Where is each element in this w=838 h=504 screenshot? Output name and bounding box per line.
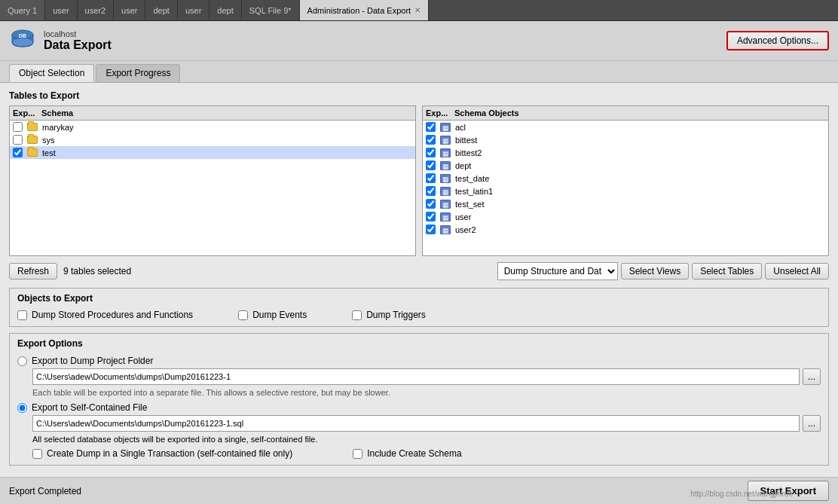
- dump-project-radio-row: Export to Dump Project Folder: [17, 353, 821, 368]
- select-views-button[interactable]: Select Views: [621, 263, 689, 279]
- dump-triggers-label: Dump Triggers: [366, 310, 426, 320]
- selected-count: 9 tables selected: [63, 266, 131, 276]
- object-row-dept[interactable]: ▦ dept: [423, 159, 828, 172]
- object-checkbox-test-set[interactable]: [426, 199, 436, 209]
- schema-pane: Exp... Schema marykay sys test: [9, 105, 416, 256]
- header-left: DB localhost Data Export: [9, 27, 112, 54]
- self-contained-path-input[interactable]: [32, 415, 800, 432]
- object-row-acl[interactable]: ▦ acl: [423, 121, 828, 133]
- folder-icon: [27, 123, 38, 131]
- header: DB localhost Data Export Advanced Option…: [0, 21, 838, 61]
- dump-project-path-row: ...: [32, 368, 821, 385]
- tab-user2[interactable]: user2: [78, 0, 115, 20]
- include-schema-label: Include Create Schema: [367, 448, 461, 459]
- object-checkbox-user2[interactable]: [426, 225, 436, 234]
- unselect-all-button[interactable]: Unselect All: [765, 263, 829, 279]
- tab-data-export[interactable]: Administration - Data Export ✕: [300, 0, 430, 20]
- close-tab-icon[interactable]: ✕: [414, 6, 421, 14]
- checkbox-dump-triggers: Dump Triggers: [352, 308, 426, 322]
- dump-project-path-input[interactable]: [32, 368, 800, 385]
- dump-procedures-checkbox[interactable]: [17, 310, 27, 320]
- tables-section-title: Tables to Export: [9, 90, 829, 101]
- object-checkbox-user[interactable]: [426, 212, 436, 221]
- self-contained-radio[interactable]: [17, 403, 27, 413]
- advanced-options-button[interactable]: Advanced Options...: [726, 31, 829, 50]
- object-checkbox-test-date[interactable]: [426, 173, 436, 183]
- status-text: Export Completed: [9, 486, 81, 496]
- dump-events-checkbox[interactable]: [238, 310, 248, 320]
- tables-section: Exp... Schema marykay sys test: [9, 105, 829, 256]
- dump-select[interactable]: Dump Structure and Dat: [497, 262, 618, 280]
- dump-triggers-checkbox[interactable]: [352, 310, 362, 320]
- tab-bar: Query 1 user user2 user dept user dept S…: [0, 0, 838, 21]
- object-row-test-date[interactable]: ▦ test_date: [423, 172, 828, 185]
- object-checkbox-bittest2[interactable]: [426, 148, 436, 157]
- create-dump-checkbox-row: Create Dump in a Single Transaction (sel…: [32, 447, 292, 460]
- create-dump-label: Create Dump in a Single Transaction (sel…: [47, 448, 292, 459]
- schema-row-sys[interactable]: sys: [10, 133, 415, 146]
- status-bar: Export Completed Start Export: [0, 477, 838, 504]
- schema-pane-header: Exp... Schema: [10, 106, 415, 121]
- page-title: Data Export: [44, 38, 112, 52]
- dump-events-label: Dump Events: [252, 310, 307, 320]
- include-schema-checkbox[interactable]: [353, 449, 362, 459]
- dump-project-browse-button[interactable]: ...: [803, 368, 821, 385]
- create-dump-checkbox[interactable]: [32, 449, 42, 459]
- start-export-button[interactable]: Start Export: [748, 481, 829, 501]
- schema-checkbox-marykay[interactable]: [13, 122, 23, 132]
- table-icon: ▦: [440, 200, 451, 209]
- tab-user1[interactable]: user: [45, 0, 77, 20]
- table-controls: Refresh 9 tables selected Dump Structure…: [9, 262, 829, 280]
- object-checkbox-dept[interactable]: [426, 160, 436, 170]
- checkbox-dump-procedures: Dump Stored Procedures and Functions: [17, 308, 193, 322]
- tab-sqlfile[interactable]: SQL File 9*: [242, 0, 300, 20]
- folder-icon: [27, 136, 38, 144]
- folder-icon: [27, 148, 38, 157]
- host-label: localhost: [44, 29, 112, 38]
- tab-user4[interactable]: user: [178, 0, 210, 20]
- tab-dept1[interactable]: dept: [145, 0, 177, 20]
- object-checkbox-test-latin1[interactable]: [426, 186, 436, 196]
- object-row-bittest[interactable]: ▦ bittest: [423, 133, 828, 146]
- object-row-user[interactable]: ▦ user: [423, 210, 828, 223]
- dump-project-label: Export to Dump Project Folder: [32, 356, 153, 366]
- bottom-checkboxes: Create Dump in a Single Transaction (sel…: [32, 447, 821, 460]
- object-checkbox-acl[interactable]: [426, 122, 436, 132]
- schema-checkbox-sys[interactable]: [13, 135, 23, 145]
- database-icon: DB: [9, 27, 36, 54]
- table-icon: ▦: [440, 174, 451, 183]
- dump-procedures-label: Dump Stored Procedures and Functions: [32, 310, 193, 320]
- objects-pane: Exp... Schema Objects ▦ acl ▦ bittest ▦ …: [422, 105, 829, 256]
- self-contained-label: Export to Self-Contained File: [32, 402, 147, 413]
- objects-pane-header: Exp... Schema Objects: [423, 106, 828, 121]
- table-icon: ▦: [440, 136, 451, 145]
- object-row-test-set[interactable]: ▦ test_set: [423, 197, 828, 210]
- tab-export-progress[interactable]: Export Progress: [96, 64, 180, 82]
- self-contained-path-row: ...: [32, 415, 821, 432]
- include-schema-checkbox-row: Include Create Schema: [353, 447, 461, 460]
- self-contained-info: All selected database objects will be ex…: [32, 435, 821, 444]
- refresh-button[interactable]: Refresh: [9, 263, 57, 279]
- object-row-bittest2[interactable]: ▦ bittest2: [423, 146, 828, 159]
- tab-dept2[interactable]: dept: [210, 0, 241, 20]
- schema-row-marykay[interactable]: marykay: [10, 121, 415, 133]
- table-icon: ▦: [440, 161, 451, 170]
- object-row-user2[interactable]: ▦ user2: [423, 223, 828, 236]
- schema-checkbox-test[interactable]: [13, 148, 23, 157]
- tab-user3[interactable]: user: [114, 0, 145, 20]
- schema-row-test[interactable]: test: [10, 146, 415, 159]
- table-icon: ▦: [440, 123, 451, 132]
- tab-query1[interactable]: Query 1: [0, 0, 45, 20]
- table-icon: ▦: [440, 212, 451, 221]
- object-row-test-latin1[interactable]: ▦ test_latin1: [423, 185, 828, 197]
- dump-project-hint: Each table will be exported into a separ…: [32, 388, 821, 397]
- right-controls: Dump Structure and Dat Select Views Sele…: [497, 262, 829, 280]
- select-tables-button[interactable]: Select Tables: [692, 263, 762, 279]
- tab-object-selection[interactable]: Object Selection: [9, 64, 94, 82]
- export-options-title: Export Options: [17, 338, 821, 349]
- header-title: localhost Data Export: [44, 29, 112, 52]
- object-checkbox-bittest[interactable]: [426, 135, 436, 145]
- dump-project-radio[interactable]: [17, 356, 27, 366]
- self-contained-browse-button[interactable]: ...: [803, 415, 821, 432]
- content-panel: Tables to Export Exp... Schema marykay s…: [0, 82, 838, 477]
